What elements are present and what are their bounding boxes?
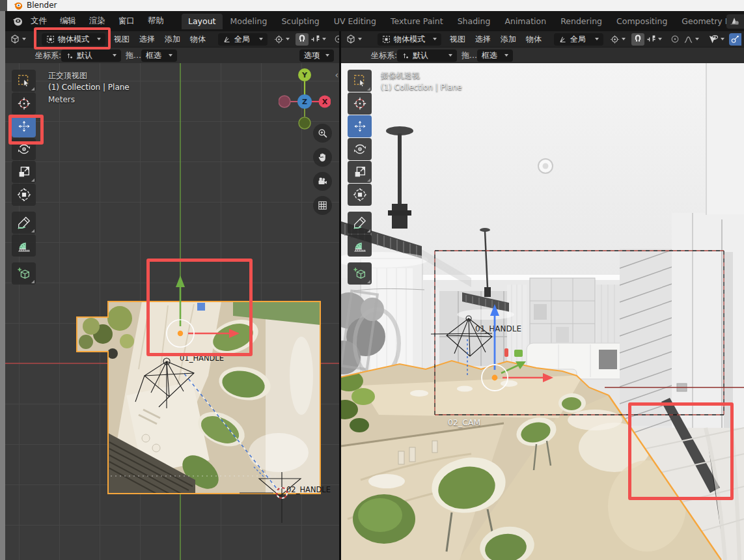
left-viewport-header: 物体模式 视图选择添加物体 全局 bbox=[5, 31, 339, 47]
drag-mode-dropdown[interactable]: 框选 bbox=[141, 49, 177, 62]
proportional-edit-button[interactable] bbox=[332, 33, 339, 46]
coord-system-dropdown[interactable]: 默认 bbox=[397, 49, 457, 62]
viewport-left-editor: 物体模式 视图选择添加物体 全局 坐标系: 默认 bbox=[5, 31, 339, 560]
right-3d-viewport[interactable]: 01_HANDLE 02_CAM 摄像机透视 (1) Collection bbox=[341, 63, 744, 560]
blender-logo-icon bbox=[13, 1, 23, 10]
coord-system-label: 坐标系: bbox=[371, 50, 397, 61]
scale-tool[interactable] bbox=[12, 161, 36, 183]
workspace-tab[interactable]: Texture Paint bbox=[384, 14, 450, 29]
mode-dropdown[interactable]: 物体模式 bbox=[378, 33, 441, 46]
overlays-toggle-button[interactable] bbox=[729, 33, 741, 46]
axis-z-label: Z bbox=[302, 98, 307, 106]
view-mode-label: 摄像机透视 bbox=[381, 70, 420, 81]
topbar-menu[interactable]: 渲染 bbox=[89, 16, 105, 27]
zoom-button[interactable] bbox=[313, 124, 332, 143]
viewport-menu[interactable]: 视图 bbox=[450, 34, 465, 45]
transform-tool[interactable] bbox=[348, 184, 372, 206]
scene-selector-button[interactable] bbox=[726, 14, 744, 29]
annotate-tool[interactable] bbox=[348, 212, 372, 234]
coord-default-icon bbox=[402, 51, 409, 60]
gizmo-plane-handle[interactable] bbox=[197, 303, 205, 311]
annotate-tool[interactable] bbox=[12, 212, 36, 234]
blender-menu-logo-icon[interactable] bbox=[12, 16, 23, 27]
drag-label: 拖… bbox=[462, 50, 477, 61]
pivot-dropdown[interactable] bbox=[272, 33, 292, 46]
camera-view-button[interactable] bbox=[313, 172, 332, 191]
coord-system-dropdown[interactable]: 默认 bbox=[61, 49, 121, 62]
editor-type-button[interactable] bbox=[8, 33, 28, 46]
workspace-tab[interactable]: UV Editing bbox=[327, 14, 383, 29]
move-tool[interactable] bbox=[12, 115, 36, 137]
workspace-tab[interactable]: Rendering bbox=[554, 14, 609, 29]
editor-3dview-icon bbox=[10, 34, 20, 44]
rotate-tool[interactable] bbox=[348, 138, 372, 160]
drag-mode-dropdown[interactable]: 框选 bbox=[477, 49, 513, 62]
orientation-dropdown[interactable]: 全局 bbox=[554, 33, 603, 46]
editor-type-button[interactable] bbox=[344, 33, 364, 46]
axis-neg-y-ball[interactable] bbox=[299, 117, 310, 129]
topbar-menu[interactable]: 帮助 bbox=[148, 16, 164, 27]
pan-button[interactable] bbox=[313, 148, 332, 167]
topbar-menu[interactable]: 窗口 bbox=[118, 16, 135, 27]
topbar-menu[interactable]: 文件 bbox=[31, 16, 47, 27]
add-cube-tool[interactable] bbox=[12, 262, 36, 285]
orientation-label: 全局 bbox=[234, 34, 250, 45]
mode-dropdown[interactable]: 物体模式 bbox=[42, 33, 105, 46]
perspective-toggle-button[interactable] bbox=[313, 196, 332, 215]
orientation-dropdown[interactable]: 全局 bbox=[218, 33, 268, 46]
rotate-tool[interactable] bbox=[12, 138, 36, 160]
proportional-edit-button[interactable] bbox=[668, 33, 682, 46]
snap-target-dropdown[interactable] bbox=[644, 33, 664, 46]
transform-tool[interactable] bbox=[12, 184, 36, 206]
left-3d-viewport[interactable]: 01_HANDLE 02_HANDLE bbox=[5, 63, 339, 560]
snap-toggle-button[interactable] bbox=[296, 33, 309, 46]
viewport-menus: 视图选择添加物体 bbox=[450, 34, 542, 45]
options-dropdown[interactable]: 选项 bbox=[299, 49, 334, 62]
add-cube-tool[interactable] bbox=[348, 262, 372, 285]
select-box-tool[interactable] bbox=[12, 70, 36, 92]
snap-increment-icon bbox=[646, 35, 656, 44]
move-tool[interactable] bbox=[348, 115, 372, 137]
gizmo-visibility-dropdown[interactable] bbox=[706, 33, 726, 46]
handle1-label: 01_HANDLE bbox=[180, 354, 224, 363]
camera-view-scene: 01_HANDLE 02_CAM bbox=[341, 63, 744, 560]
scale-tool[interactable] bbox=[348, 161, 372, 183]
coord-system-label: 坐标系: bbox=[35, 50, 61, 61]
proportional-falloff-dropdown[interactable] bbox=[682, 33, 701, 46]
editor-splitter[interactable] bbox=[339, 31, 341, 560]
snap-target-dropdown[interactable] bbox=[309, 33, 328, 46]
measure-tool[interactable] bbox=[12, 234, 36, 257]
select-box-tool[interactable] bbox=[348, 70, 372, 92]
gizmo-plane-handle-y[interactable] bbox=[514, 350, 523, 357]
viewport-menu[interactable]: 添加 bbox=[165, 34, 180, 45]
workspace-tab[interactable]: Geometry Nodes bbox=[675, 14, 726, 29]
viewport-menu[interactable]: 选择 bbox=[475, 34, 491, 45]
navigation-axis-gizmo[interactable]: Y Z X bbox=[279, 68, 331, 130]
topbar-menu[interactable]: 编辑 bbox=[60, 16, 76, 27]
workspace-tab[interactable]: Layout bbox=[182, 14, 223, 29]
topbar: 文件编辑渲染窗口帮助 LayoutModelingSculptingUV Edi… bbox=[5, 11, 744, 31]
workspace-tab[interactable]: Shading bbox=[451, 14, 497, 29]
workspace-tab[interactable]: Compositing bbox=[610, 14, 674, 29]
orientation-icon bbox=[558, 35, 567, 44]
left-toolbar bbox=[12, 70, 36, 285]
snap-toggle-button[interactable] bbox=[631, 33, 644, 46]
coord-default-icon bbox=[66, 51, 74, 60]
workspace-tab[interactable]: Modeling bbox=[224, 14, 274, 29]
viewport-menu[interactable]: 添加 bbox=[501, 34, 516, 45]
gizmo-plane-handle-x[interactable] bbox=[504, 348, 508, 357]
axis-y-label: Y bbox=[301, 71, 308, 79]
viewport-menu[interactable]: 物体 bbox=[526, 34, 542, 45]
workspace-tab[interactable]: Sculpting bbox=[275, 14, 325, 29]
measure-tool[interactable] bbox=[348, 234, 372, 257]
cursor-tool[interactable] bbox=[348, 92, 372, 115]
mode-label: 物体模式 bbox=[394, 34, 430, 45]
cursor-tool[interactable] bbox=[12, 92, 36, 115]
workspace-tab[interactable]: Animation bbox=[498, 14, 553, 29]
viewport-menu[interactable]: 选择 bbox=[139, 34, 155, 45]
viewport-menu[interactable]: 视图 bbox=[114, 34, 130, 45]
axis-neg-x-ball[interactable] bbox=[279, 96, 290, 107]
viewport-menu[interactable]: 物体 bbox=[190, 34, 206, 45]
sidebar-collapse-arrow[interactable]: ‹ bbox=[335, 71, 338, 79]
pivot-dropdown[interactable] bbox=[608, 33, 627, 46]
